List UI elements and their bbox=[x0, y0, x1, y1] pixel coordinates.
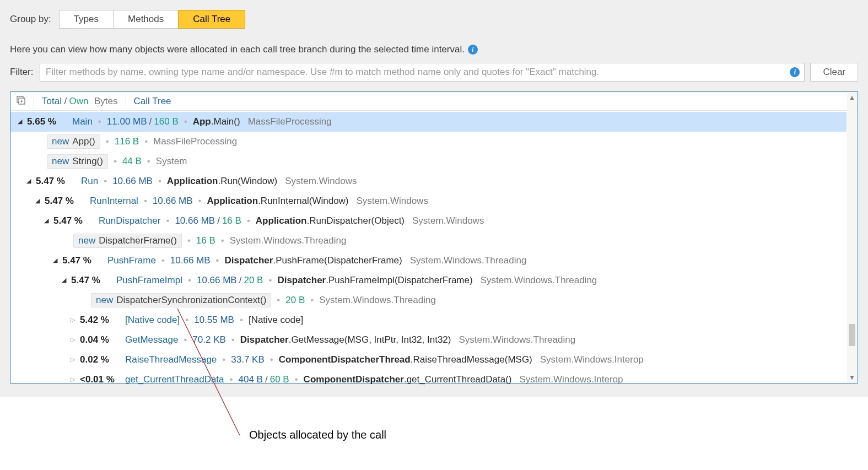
tree-row[interactable]: newString()•44 B•System bbox=[10, 152, 847, 171]
tree-row[interactable]: ◢5.47 %RunDispatcher•10.66 MB/16 B•Appli… bbox=[10, 211, 847, 231]
tree-row[interactable]: ◢5.47 %PushFrameImpl•10.66 MB/20 B•Dispa… bbox=[10, 271, 847, 290]
tree-row[interactable]: newDispatcherSynchronizationContext()•20… bbox=[10, 290, 847, 310]
allocation-chip[interactable]: newString() bbox=[47, 154, 108, 169]
info-icon[interactable]: i bbox=[468, 45, 478, 55]
expand-icon[interactable]: ▷ bbox=[69, 376, 77, 383]
scroll-up-icon[interactable]: ▲ bbox=[847, 93, 857, 102]
expand-icon[interactable]: ▷ bbox=[69, 356, 77, 363]
own-bytes: 20 B bbox=[285, 295, 305, 306]
collapse-icon[interactable]: ◢ bbox=[34, 197, 41, 204]
separator-dot: • bbox=[178, 334, 192, 345]
tree-row[interactable]: ▷<0.01 %get_CurrentThreadData•404 B/60 B… bbox=[10, 370, 847, 390]
tree-rows: ◢5.65 %Main•11.00 MB/160 B•App.Main()Mas… bbox=[10, 111, 858, 390]
separator-dot: • bbox=[215, 235, 230, 246]
header-bytes: Bytes bbox=[91, 96, 118, 106]
method-signature: .Main() bbox=[211, 116, 240, 127]
separator-dot: • bbox=[182, 275, 197, 286]
description-row: Here you can view how many objects were … bbox=[10, 44, 858, 55]
clear-button[interactable]: Clear bbox=[810, 63, 858, 82]
filter-row: Filter: i Clear bbox=[10, 63, 858, 82]
header-calltree[interactable]: Call Tree bbox=[134, 96, 171, 107]
method-short: GetMessage bbox=[125, 334, 178, 345]
namespace: System.Windows bbox=[405, 215, 484, 226]
method-signature: .PushFrameImpl(DispatcherFrame) bbox=[326, 275, 472, 286]
tab-methods[interactable]: Methods bbox=[113, 10, 179, 29]
collapse-icon[interactable]: ◢ bbox=[42, 217, 50, 224]
call-tree: Total / Own Bytes Call Tree ◢5.65 %Main•… bbox=[10, 91, 858, 383]
separator-dot: • bbox=[226, 334, 240, 345]
header-total[interactable]: Total bbox=[42, 96, 62, 106]
own-bytes: 20 B bbox=[244, 275, 263, 286]
method-short: [Native code] bbox=[125, 315, 180, 326]
method-short: PushFrameImpl bbox=[116, 275, 182, 286]
filter-info-icon[interactable]: i bbox=[790, 67, 800, 77]
tab-types[interactable]: Types bbox=[59, 10, 114, 29]
method-signature: .PushFrame(DispatcherFrame) bbox=[273, 255, 402, 266]
namespace: System bbox=[156, 156, 187, 167]
separator-dot: • bbox=[211, 255, 225, 266]
native-code-label: [Native code] bbox=[249, 315, 303, 326]
allocation-chip[interactable]: newDispatcherSynchronizationContext() bbox=[91, 293, 271, 307]
separator-dot: • bbox=[139, 136, 153, 147]
total-bytes: 33.7 KB bbox=[231, 354, 265, 365]
expand-icon[interactable]: ▷ bbox=[69, 316, 77, 323]
allocation-type: App() bbox=[72, 136, 95, 147]
namespace: System.Windows bbox=[277, 176, 357, 187]
expand-icon[interactable]: ▷ bbox=[69, 336, 77, 343]
tree-row[interactable]: ◢5.65 %Main•11.00 MB/160 B•App.Main()Mas… bbox=[10, 112, 847, 132]
annotation-text: Objects allocated by the call bbox=[249, 429, 386, 441]
collapse-icon[interactable]: ◢ bbox=[60, 277, 68, 284]
percent: 5.47 % bbox=[36, 176, 73, 187]
total-bytes: 10.66 MB bbox=[197, 275, 237, 286]
allocation-chip[interactable]: newDispatcherFrame() bbox=[73, 234, 182, 248]
scroll-down-icon[interactable]: ▼ bbox=[847, 372, 857, 382]
separator-dot: • bbox=[289, 374, 304, 385]
tree-row[interactable]: ▷0.02 %RaiseThreadMessage•33.7 KB•Compon… bbox=[10, 350, 847, 370]
filter-input[interactable] bbox=[40, 64, 790, 80]
tree-row[interactable]: ◢5.47 %PushFrame•10.66 MB•Dispatcher.Pus… bbox=[10, 251, 847, 271]
allocation-chip[interactable]: newApp() bbox=[47, 134, 100, 149]
header-own[interactable]: Own bbox=[69, 96, 89, 106]
namespace: System.Windows bbox=[349, 196, 428, 207]
collapse-icon[interactable]: ◢ bbox=[16, 118, 24, 125]
total-bytes: 11.00 MB bbox=[107, 116, 147, 127]
separator-dot: • bbox=[234, 315, 249, 326]
percent: 5.47 % bbox=[45, 196, 82, 207]
scrollbar[interactable]: ▲ ▼ bbox=[847, 93, 857, 382]
scroll-thumb[interactable] bbox=[849, 324, 855, 346]
separator-dot: • bbox=[180, 315, 194, 326]
namespace: System.Windows.Threading bbox=[402, 255, 527, 266]
tab-call-tree[interactable]: Call Tree bbox=[178, 10, 245, 29]
expand-all-icon[interactable] bbox=[16, 95, 26, 107]
own-bytes: 16 B bbox=[196, 235, 215, 246]
class-name: Dispatcher bbox=[277, 275, 326, 286]
method-signature: .RaiseThreadMessage(MSG) bbox=[411, 354, 532, 365]
total-bytes: 10.66 MB bbox=[170, 255, 211, 266]
separator-dot: • bbox=[138, 196, 153, 207]
filter-label: Filter: bbox=[10, 67, 34, 78]
total-bytes: 10.66 MB bbox=[153, 196, 193, 207]
class-name: ComponentDispatcher bbox=[304, 374, 404, 385]
collapse-icon[interactable]: ◢ bbox=[51, 257, 59, 264]
tree-row[interactable]: ◢5.47 %Run•10.66 MB•Application.Run(Wind… bbox=[10, 171, 847, 191]
separator-dot: • bbox=[224, 374, 239, 385]
total-bytes: 70.2 KB bbox=[192, 334, 226, 345]
method-short: RunDispatcher bbox=[99, 215, 160, 226]
separator-dot: • bbox=[241, 215, 256, 226]
method-signature: .get_CurrentThreadData() bbox=[404, 374, 512, 385]
separator-dot: • bbox=[271, 295, 285, 306]
tree-row[interactable]: newApp()•116 B•MassFileProcessing bbox=[10, 132, 847, 152]
collapse-icon[interactable]: ◢ bbox=[25, 177, 33, 185]
namespace: System.Windows.Threading bbox=[473, 275, 597, 286]
tree-row[interactable]: ▷5.42 %[Native code]•10.55 MB•[Native co… bbox=[10, 310, 847, 330]
namespace: System.Windows.Threading bbox=[451, 334, 575, 345]
tree-row[interactable]: ◢5.47 %RunInternal•10.66 MB•Application.… bbox=[10, 191, 847, 211]
tree-row[interactable]: ▷0.04 %GetMessage•70.2 KB•Dispatcher.Get… bbox=[10, 330, 847, 350]
class-name: Application bbox=[207, 196, 258, 207]
method-short: RunInternal bbox=[90, 196, 138, 207]
allocation-type: String() bbox=[72, 156, 103, 167]
tree-row[interactable]: newDispatcherFrame()•16 B•System.Windows… bbox=[10, 231, 847, 251]
class-name: Dispatcher bbox=[225, 255, 273, 266]
separator-dot: • bbox=[305, 295, 319, 306]
separator-dot: • bbox=[193, 196, 207, 207]
